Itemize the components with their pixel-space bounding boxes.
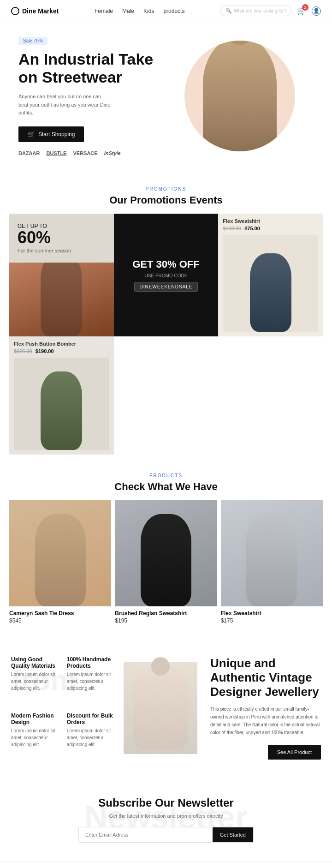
search-placeholder: What are you looking for? bbox=[234, 8, 286, 13]
feature-3: Modern Fashion Design Lorem ipsum dolor … bbox=[11, 712, 58, 760]
product-name-3: Flex Sweatshirt bbox=[221, 610, 323, 617]
promotions-label: PROMOTIONS bbox=[0, 186, 332, 192]
search-bar[interactable]: 🔍 What are you looking for? bbox=[220, 6, 291, 16]
newsletter-form: Get Started bbox=[78, 827, 254, 843]
nav-male[interactable]: Male bbox=[122, 8, 134, 14]
vintage-model-image bbox=[124, 662, 197, 754]
promo-figure-1 bbox=[41, 263, 82, 336]
product-img-2 bbox=[115, 500, 217, 606]
products-title: Check What We Have bbox=[0, 481, 332, 493]
hero-section: Sale 70% An Industrial Take on Streetwea… bbox=[0, 22, 332, 170]
promo-card2-name: Flex Push Button Bomber bbox=[14, 341, 109, 347]
promo-code-badge: DINEWEEKENDSALE bbox=[134, 282, 197, 292]
promo-model-image bbox=[9, 263, 114, 336]
promo-card2-image bbox=[14, 358, 109, 450]
footer: Dine Market Small, artisan label that of… bbox=[0, 861, 332, 868]
product-figure-2 bbox=[141, 514, 191, 606]
product-figure-3 bbox=[246, 514, 297, 606]
promo-sweatshirt-card: Flex Sweatshirt $100.00 $75.00 bbox=[218, 214, 323, 336]
cart-button[interactable]: 🛒 2 bbox=[297, 6, 306, 15]
product-figure-1 bbox=[35, 514, 86, 606]
hero-description: Anyone can beat you but no one can beat … bbox=[18, 93, 111, 117]
hero-image bbox=[166, 36, 314, 156]
brand-bazaar: BAZAAR bbox=[18, 150, 40, 156]
search-icon: 🔍 bbox=[225, 8, 232, 14]
email-input[interactable] bbox=[79, 827, 213, 842]
product-card-1[interactable]: Cameryn Sash Tie Dress $545 bbox=[9, 500, 111, 624]
promo-season: For the summer season bbox=[18, 248, 106, 253]
promo-figure-3 bbox=[41, 371, 82, 450]
vintage-section: from Using Good Quality Materials Lorem … bbox=[0, 642, 332, 773]
promo-code-card: GET 30% OFF USE PROMO CODE DINEWEEKENDSA… bbox=[114, 214, 219, 336]
promo-card2-price: $225.00 $190.00 bbox=[14, 348, 109, 354]
feature-1: Using Good Quality Materials Lorem ipsum… bbox=[11, 656, 58, 703]
nav-links: Female Male Kids products bbox=[95, 8, 184, 14]
product-name-1: Cameryn Sash Tie Dress bbox=[9, 610, 111, 617]
products-section: PRODUCTS Check What We Have Cameryn Sash… bbox=[0, 473, 332, 624]
promo-figure-2 bbox=[250, 253, 291, 332]
product-img-3 bbox=[221, 500, 323, 606]
brand-instyle: InStyle bbox=[104, 150, 121, 156]
promo-card1-new: $75.00 bbox=[244, 226, 260, 231]
newsletter-section: Newsletter Subscribe Our Newsletter Get … bbox=[0, 773, 332, 861]
feature-2-title: 100% Handmade Products bbox=[67, 656, 113, 669]
newsletter-content: Subscribe Our Newsletter Get the latest … bbox=[18, 796, 314, 843]
feature-4-title: Discount for Bulk Orders bbox=[67, 712, 113, 725]
brand-versace: VERSACE bbox=[73, 150, 97, 156]
promo-30off: GET 30% OFF bbox=[132, 258, 199, 270]
promotions-title: Our Promotions Events bbox=[0, 194, 332, 206]
promo-summer-card: GET UP TO 60% For the summer season bbox=[9, 214, 114, 336]
sale-badge: Sale 70% bbox=[18, 37, 47, 45]
vintage-right-content: Unique and Authentic Vintage Designer Je… bbox=[203, 656, 321, 760]
brand-logos: BAZAAR BUSTLE VERSACE InStyle bbox=[18, 150, 166, 156]
brand-bustle: BUSTLE bbox=[46, 150, 66, 156]
promo-card1-price: $100.00 $75.00 bbox=[223, 226, 318, 231]
feature-4: Discount for Bulk Orders Lorem ipsum dol… bbox=[67, 712, 113, 760]
promo-card1-old: $100.00 bbox=[223, 226, 241, 231]
start-shopping-button[interactable]: 🛒 Start Shopping bbox=[18, 126, 84, 142]
hero-cta-label: Start Shopping bbox=[38, 131, 75, 138]
vintage-image-area bbox=[118, 656, 203, 760]
feature-3-desc: Lorem ipsum dolor sit amet, consectetur … bbox=[11, 727, 58, 748]
feature-1-desc: Lorem ipsum dolor sit amet, consectetur … bbox=[11, 671, 58, 692]
user-icon[interactable]: 👤 bbox=[312, 6, 321, 16]
feature-3-title: Modern Fashion Design bbox=[11, 712, 58, 725]
promo-use-code: USE PROMO CODE bbox=[145, 273, 188, 278]
hero-text: Sale 70% An Industrial Take on Streetwea… bbox=[18, 36, 166, 156]
logo-text: Dine Market bbox=[22, 7, 59, 15]
newsletter-title: Subscribe Our Newsletter bbox=[18, 796, 314, 809]
product-card-3[interactable]: Flex Sweatshirt $175 bbox=[221, 500, 323, 624]
promo-card2-old: $225.00 bbox=[14, 348, 32, 354]
feature-2: 100% Handmade Products Lorem ipsum dolor… bbox=[67, 656, 113, 703]
nav-female[interactable]: Female bbox=[95, 8, 113, 14]
promo-card2-new: $190.00 bbox=[36, 348, 54, 354]
promotions-grid: GET UP TO 60% For the summer season GET … bbox=[9, 214, 323, 455]
newsletter-description: Get the latest information and promo off… bbox=[18, 813, 314, 819]
product-name-2: Brushed Reglan Sweatshirt bbox=[115, 610, 217, 617]
logo-icon bbox=[11, 7, 19, 15]
hero-circle-bg bbox=[184, 41, 295, 151]
products-label: PRODUCTS bbox=[0, 473, 332, 478]
product-price-3: $175 bbox=[221, 617, 323, 624]
feature-2-desc: Lorem ipsum dolor sit amet, consectetur … bbox=[67, 671, 113, 692]
promo-percent: 60% bbox=[18, 229, 106, 246]
see-all-button[interactable]: See All Product bbox=[268, 745, 321, 760]
product-card-2[interactable]: Brushed Reglan Sweatshirt $195 bbox=[115, 500, 217, 624]
logo[interactable]: Dine Market bbox=[11, 7, 59, 15]
nav-kids[interactable]: Kids bbox=[143, 8, 154, 14]
promo-card1-image bbox=[223, 235, 318, 332]
vintage-features: from Using Good Quality Materials Lorem … bbox=[11, 656, 118, 760]
vintage-description: This piece is ethically crafted in our s… bbox=[210, 705, 321, 736]
hero-figure bbox=[203, 41, 277, 151]
feature-4-desc: Lorem ipsum dolor sit amet, consectetur … bbox=[67, 727, 113, 748]
nav-products[interactable]: products bbox=[163, 8, 184, 14]
navbar: Dine Market Female Male Kids products 🔍 … bbox=[0, 0, 332, 22]
vintage-title: Unique and Authentic Vintage Designer Je… bbox=[210, 656, 321, 700]
cart-count: 2 bbox=[302, 4, 308, 11]
products-grid: Cameryn Sash Tie Dress $545 Brushed Regl… bbox=[9, 500, 323, 624]
nav-right: 🔍 What are you looking for? 🛒 2 👤 bbox=[220, 6, 321, 16]
promo-card1-name: Flex Sweatshirt bbox=[223, 218, 318, 224]
feature-1-title: Using Good Quality Materials bbox=[11, 656, 58, 669]
promo-bomber-card: Flex Push Button Bomber $225.00 $190.00 bbox=[9, 336, 114, 455]
get-started-button[interactable]: Get Started bbox=[213, 827, 253, 842]
